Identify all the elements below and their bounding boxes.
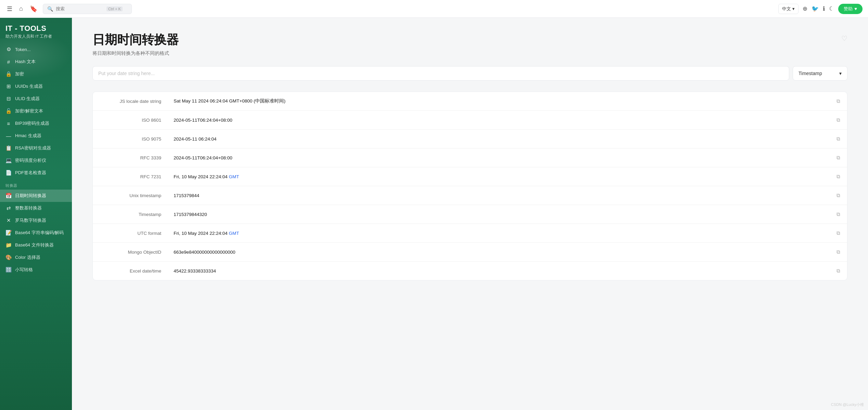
sidebar-item-bip39[interactable]: ≡ BIP39密码生成器 [0,117,72,130]
sidebar-item-lowercase[interactable]: 🔠 小写转格 [0,264,72,276]
heart-icon: ♥ [854,6,857,11]
copy-button[interactable]: ⧉ [830,148,847,167]
sidebar-item-label: 加密/解密文本 [15,108,43,114]
sidebar-item-label: Color 选择器 [15,254,40,261]
result-label: JS locale date string [93,93,168,110]
password-strength-icon: 💻 [5,157,12,164]
input-row: Timestamp ▾ [92,66,847,81]
layout: IT - TOOLS 助力开发人员和 IT 工作者 ⚙ Token... # H… [0,18,868,410]
page-subtitle: 将日期和时间转换为各种不同的格式 [92,50,179,57]
result-value: Sat May 11 2024 06:24:04 GMT+0800 (中国标准时… [168,92,830,110]
result-value: Fri, 10 May 2024 22:24:04 GMT [168,168,830,185]
sidebar-item-rsa[interactable]: 📋 RSA密钥对生成器 [0,142,72,154]
sponsor-button[interactable]: 赞助 ♥ [838,4,863,14]
sidebar-item-encrypt[interactable]: 🔒 加密 [0,68,72,80]
favorite-icon[interactable]: ♡ [841,34,847,43]
dark-mode-icon[interactable]: ☾ [829,5,834,12]
copy-button[interactable]: ⧉ [830,224,847,242]
language-selector[interactable]: 中文 ▾ [778,4,798,14]
result-value: 2024-05-11 06:24:04 [168,130,830,148]
integer-base-icon: ⇄ [5,205,12,211]
result-value: 45422.93338333334 [168,262,830,280]
sidebar-item-uuid[interactable]: ⊞ UUIDs 生成器 [0,80,72,93]
twitter-icon[interactable]: 🐦 [812,5,819,12]
base64-file-icon: 📁 [5,242,12,248]
copy-button[interactable]: ⧉ [830,205,847,224]
format-label: Timestamp [798,71,822,76]
result-value: 663e9e840000000000000000 [168,243,830,261]
format-chevron-icon: ▾ [839,71,842,76]
language-label: 中文 [782,6,791,12]
token-icon: ⚙ [5,46,12,52]
result-label: ISO 9075 [93,130,168,148]
copy-button[interactable]: ⧉ [830,262,847,280]
copy-button[interactable]: ⧉ [830,111,847,129]
search-box[interactable]: 🔍 Ctrl + K [43,4,132,14]
topbar: ☰ ⌂ 🔖 🔍 Ctrl + K 中文 ▾ ⊕ 🐦 ℹ ☾ 赞助 ♥ [0,0,868,18]
table-row: JS locale date string Sat May 11 2024 06… [93,92,847,111]
copy-button[interactable]: ⧉ [830,92,847,110]
uuid-icon: ⊞ [5,83,12,89]
table-row: RFC 7231 Fri, 10 May 2024 22:24:04 GMT ⧉ [93,167,847,186]
result-value: 2024-05-11T06:24:04+08:00 [168,111,830,129]
sidebar-item-label: ULID 生成器 [15,96,40,102]
info-icon[interactable]: ℹ [823,5,825,12]
copy-button[interactable]: ⧉ [830,243,847,261]
sidebar-item-datetime[interactable]: 📅 日期时间转换器 [0,190,72,202]
sidebar-header: IT - TOOLS 助力开发人员和 IT 工作者 [0,18,72,43]
sidebar-item-base64-file[interactable]: 📁 Base64 文件转换器 [0,239,72,251]
sidebar-item-encrypt-decrypt[interactable]: 🔓 加密/解密文本 [0,105,72,117]
sidebar-item-pdf[interactable]: 📄 PDF签名检查器 [0,167,72,179]
sidebar-item-label: 罗马数字转换器 [15,217,46,224]
encrypt-decrypt-icon: 🔓 [5,108,12,114]
copy-button[interactable]: ⧉ [830,186,847,205]
sidebar-item-token[interactable]: ⚙ Token... [0,43,72,56]
pdf-icon: 📄 [5,170,12,176]
color-icon: 🎨 [5,254,12,261]
result-label: RFC 7231 [93,168,168,185]
table-row: Timestamp 1715379844320 ⧉ [93,205,847,224]
home-icon[interactable]: ⌂ [18,4,24,14]
result-label: Mongo ObjectID [93,243,168,261]
rfc7231-value: Fri, 10 May 2024 22:24:04 GMT [174,174,239,179]
app-subtitle: 助力开发人员和 IT 工作者 [5,34,66,39]
sidebar-item-label: 小写转格 [15,267,33,273]
search-shortcut: Ctrl + K [106,7,123,11]
main-content: 日期时间转换器 将日期和时间转换为各种不同的格式 ♡ Timestamp ▾ J… [72,18,868,410]
sidebar-item-roman[interactable]: ✕ 罗马数字转换器 [0,214,72,227]
table-row: UTC format Fri, 10 May 2024 22:24:04 GMT… [93,224,847,243]
table-row: Excel date/time 45422.93338333334 ⧉ [93,262,847,280]
date-input[interactable] [92,66,789,81]
sidebar-item-hash[interactable]: # Hash 文本 [0,56,72,68]
sidebar-item-password-strength[interactable]: 💻 密码强度分析仪 [0,154,72,167]
sidebar-item-hmac[interactable]: — Hmac 生成器 [0,130,72,142]
sidebar-item-ulid[interactable]: ⊟ ULID 生成器 [0,93,72,105]
format-selector[interactable]: Timestamp ▾ [793,66,847,81]
menu-icon[interactable]: ☰ [5,4,14,14]
search-input[interactable] [56,6,104,11]
github-icon[interactable]: ⊕ [803,5,807,12]
sidebar-item-label: Base64 字符串编码/解码 [15,230,64,236]
page-title: 日期时间转换器 [92,32,179,48]
sidebar-item-label: Hmac 生成器 [15,133,41,139]
lowercase-icon: 🔠 [5,267,12,273]
sidebar-item-label: UUIDs 生成器 [15,83,43,89]
result-value: 1715379844320 [168,206,830,223]
rsa-icon: 📋 [5,145,12,151]
sidebar-item-label: 加密 [15,71,24,77]
sidebar: IT - TOOLS 助力开发人员和 IT 工作者 ⚙ Token... # H… [0,18,72,410]
copy-button[interactable]: ⧉ [830,167,847,186]
bip39-icon: ≡ [5,121,12,126]
table-row: ISO 8601 2024-05-11T06:24:04+08:00 ⧉ [93,111,847,130]
sidebar-item-integer-base[interactable]: ⇄ 整数基转换器 [0,202,72,214]
footer-text: CSDN @Lucky小维 [831,402,864,407]
sidebar-item-label: 密码强度分析仪 [15,157,46,164]
sidebar-item-label: 整数基转换器 [15,205,42,211]
copy-button[interactable]: ⧉ [830,130,847,148]
sidebar-item-color[interactable]: 🎨 Color 选择器 [0,251,72,264]
sidebar-item-base64-string[interactable]: 📝 Base64 字符串编码/解码 [0,227,72,239]
result-value: 2024-05-11T06:24:04+08:00 [168,149,830,167]
bookmark-icon[interactable]: 🔖 [28,4,39,14]
roman-icon: ✕ [5,217,12,224]
results-table: JS locale date string Sat May 11 2024 06… [92,92,847,280]
